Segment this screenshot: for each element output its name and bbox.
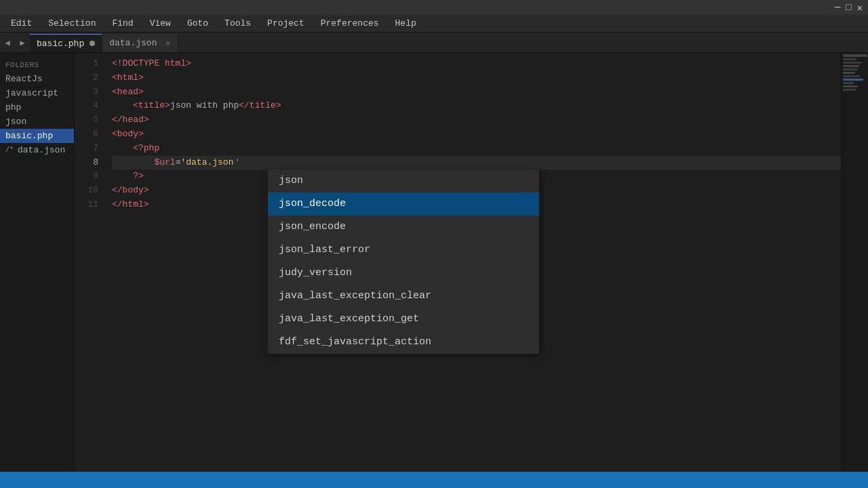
code-var-8: $url [154, 156, 175, 170]
sidebar-item-php[interactable]: php [0, 100, 74, 115]
tab-basic-php[interactable]: basic.php [30, 34, 102, 52]
menu-view[interactable]: View [143, 17, 178, 30]
tab-data-json[interactable]: data.json ✕ [102, 34, 178, 52]
sidebar-item-data-json[interactable]: /* data.json [0, 143, 74, 157]
minimap [841, 53, 868, 472]
sidebar-section-label: FOLDERS [0, 58, 74, 72]
tab-label-data-json: data.json [109, 38, 157, 48]
code-tag-10: </body> [112, 184, 149, 198]
minimize-button[interactable]: ─ [835, 2, 840, 14]
ac-item-java-last-exception-clear[interactable]: java_last_exception_clear [268, 285, 539, 308]
code-tag-4b: </title> [239, 99, 281, 113]
menu-preferences[interactable]: Preferences [314, 17, 386, 30]
sidebar-item-label-json: json [5, 117, 26, 127]
menu-project[interactable]: Project [260, 17, 311, 30]
svg-rect-3 [843, 65, 859, 67]
menu-goto[interactable]: Goto [180, 17, 215, 30]
tab-modified-dot [90, 41, 95, 46]
code-line-4: <title>json with php</title> [112, 99, 841, 113]
code-tag-4a: <title> [133, 99, 170, 113]
code-tag-2: <html> [112, 71, 144, 85]
svg-rect-5 [843, 72, 855, 74]
line-num-4: 4 [75, 99, 98, 113]
sidebar-item-label-reactjs: ReactJs [5, 74, 43, 84]
code-plain-4: json with php [170, 99, 239, 113]
svg-rect-7 [843, 79, 863, 81]
code-tag-6: <body> [112, 127, 144, 142]
line-num-5: 5 [75, 113, 98, 127]
code-tag-11: </html> [112, 198, 149, 212]
tab-close-data-json[interactable]: ✕ [165, 37, 170, 49]
tab-nav-prev[interactable]: ◀ [0, 34, 15, 52]
code-op-8: = [176, 156, 181, 170]
code-tag-1: <!DOCTYPE html> [112, 57, 191, 71]
sidebar-item-label-php: php [5, 102, 21, 113]
line-numbers: 1 2 3 4 5 6 7 8 9 10 11 [75, 53, 105, 472]
svg-rect-4 [843, 68, 858, 70]
menu-bar: Edit Selection Find View Goto Tools Proj… [0, 15, 868, 33]
sidebar-item-json[interactable]: json [0, 115, 74, 129]
code-display[interactable]: <!DOCTYPE html> <html> <head> <title>jso… [105, 53, 841, 472]
code-line-3: <head> [112, 85, 841, 100]
status-bar [0, 472, 868, 488]
sidebar-item-reactjs[interactable]: ReactJs [0, 72, 74, 86]
tab-bar: ◀ ▶ basic.php data.json ✕ [0, 33, 868, 53]
svg-rect-0 [843, 54, 867, 57]
code-tag-3: <head> [112, 85, 144, 100]
ac-item-json-last-error[interactable]: json_last_error [268, 239, 539, 262]
line-num-3: 3 [75, 85, 98, 100]
svg-rect-9 [843, 85, 858, 87]
line-num-10: 10 [75, 184, 98, 198]
menu-edit[interactable]: Edit [4, 17, 39, 30]
menu-help[interactable]: Help [389, 17, 423, 30]
line-num-7: 7 [75, 142, 98, 156]
code-line-2: <html> [112, 71, 841, 85]
line-num-11: 11 [75, 198, 98, 212]
sidebar-item-javascript[interactable]: javascript [0, 86, 74, 100]
code-phptag-9: ?> [133, 169, 144, 184]
svg-rect-8 [843, 82, 854, 84]
sidebar-item-basic-php[interactable]: basic.php [0, 129, 74, 143]
ac-item-fdf-set-javascript-action[interactable]: fdf_set_javascript_action [268, 331, 539, 354]
code-tag-5: </head> [112, 113, 149, 127]
code-line-5: </head> [112, 113, 841, 127]
menu-tools[interactable]: Tools [218, 17, 258, 30]
line-num-8: 8 [75, 156, 98, 170]
svg-rect-1 [843, 58, 856, 60]
editor-content: 1 2 3 4 5 6 7 8 9 10 11 <!DOCTYPE html> [75, 53, 868, 472]
line-num-6: 6 [75, 127, 98, 142]
editor-area[interactable]: 1 2 3 4 5 6 7 8 9 10 11 <!DOCTYPE html> [75, 53, 868, 472]
ac-item-json[interactable]: json [268, 169, 539, 192]
window-controls: ─ □ ✕ [835, 2, 863, 14]
sidebar-item-label-basic-php: basic.php [5, 131, 53, 141]
tab-label-basic-php: basic.php [37, 39, 84, 49]
code-line-6: <body> [112, 127, 841, 142]
ac-item-json-encode[interactable]: json_encode [268, 216, 539, 239]
maximize-button[interactable]: □ [846, 2, 851, 14]
sidebar: FOLDERS ReactJs javascript php json basi… [0, 53, 75, 472]
sidebar-item-label-javascript: javascript [5, 88, 58, 98]
close-button[interactable]: ✕ [857, 2, 863, 14]
menu-selection[interactable]: Selection [41, 17, 102, 30]
code-line-1: <!DOCTYPE html> [112, 57, 841, 71]
svg-rect-10 [843, 89, 856, 91]
ac-item-java-last-exception-get[interactable]: java_last_exception_get [268, 308, 539, 331]
tab-nav-next[interactable]: ▶ [15, 34, 30, 52]
sidebar-item-label-data-json: data.json [18, 145, 65, 155]
code-line-7: <?php [112, 142, 841, 156]
code-line-8: $url='data.json' [112, 156, 841, 170]
line-num-1: 1 [75, 57, 98, 71]
sidebar-item-prefix-data-json: /* [5, 146, 14, 154]
svg-rect-6 [843, 75, 861, 77]
line-num-9: 9 [75, 169, 98, 184]
line-num-2: 2 [75, 71, 98, 85]
main-layout: FOLDERS ReactJs javascript php json basi… [0, 53, 868, 472]
menu-find[interactable]: Find [105, 17, 140, 30]
svg-rect-2 [843, 62, 862, 64]
minimap-visual [842, 53, 868, 188]
code-phptag-7: <?php [133, 142, 159, 156]
ac-item-json-decode[interactable]: json_decode [268, 192, 539, 216]
code-str-8: 'data.json [180, 156, 233, 170]
ac-item-judy-version[interactable]: judy_version [268, 262, 539, 285]
autocomplete-dropdown[interactable]: json json_decode json_encode json_last_e… [268, 169, 539, 354]
